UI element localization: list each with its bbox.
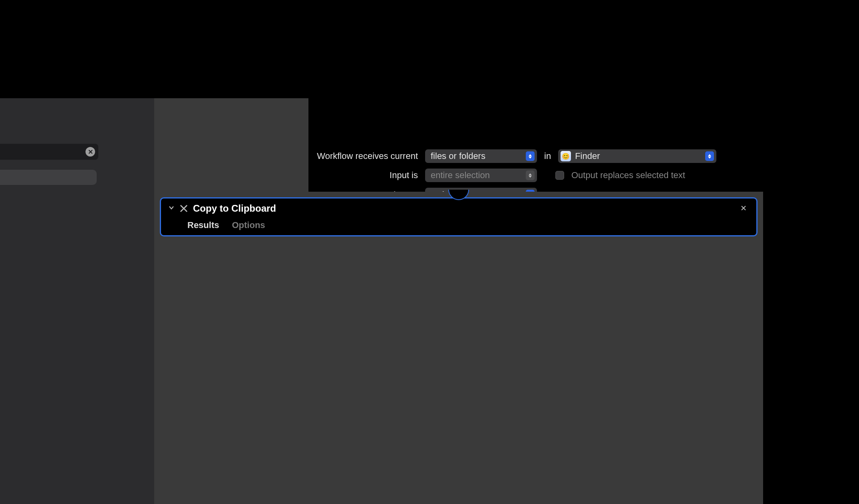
utilities-icon: [179, 204, 188, 213]
action-title: Copy to Clipboard: [193, 203, 276, 214]
chevron-updown-icon: [526, 151, 535, 161]
action-close-button[interactable]: [738, 202, 749, 214]
app-window: Workflow receives current files or folde…: [0, 98, 763, 504]
tab-results[interactable]: Results: [187, 220, 219, 230]
action-copy-to-clipboard[interactable]: Copy to Clipboard Results Options: [160, 197, 758, 236]
action-input-connector: [448, 190, 469, 200]
row-input-is: Input is entire selection Output replace…: [308, 169, 859, 182]
popup-input-is: entire selection: [425, 169, 537, 182]
label-output-replaces: Output replaces selected text: [571, 170, 685, 181]
label-in: in: [544, 151, 551, 161]
workflow-canvas[interactable]: Copy to Clipboard Results Options: [154, 192, 763, 504]
popup-app-value: Finder: [575, 151, 600, 161]
popup-receives[interactable]: files or folders: [425, 149, 537, 163]
tab-options[interactable]: Options: [232, 220, 265, 230]
chevron-updown-icon: [705, 151, 714, 161]
finder-icon: 😊: [561, 151, 571, 161]
action-header: Copy to Clipboard: [168, 202, 749, 214]
action-tabs: Results Options: [168, 220, 749, 230]
disclosure-icon[interactable]: [168, 204, 175, 213]
label-input-is: Input is: [308, 170, 418, 181]
clear-search-icon[interactable]: ✕: [86, 147, 95, 157]
popup-app[interactable]: 😊 Finder: [558, 149, 716, 163]
label-receives: Workflow receives current: [308, 151, 418, 161]
workflow-main: Workflow receives current files or folde…: [154, 98, 763, 504]
popup-receives-value: files or folders: [431, 151, 485, 161]
chevron-updown-icon: [526, 171, 535, 180]
library-list-selection[interactable]: [0, 170, 97, 185]
popup-input-is-value: entire selection: [431, 170, 490, 181]
row-receives: Workflow receives current files or folde…: [308, 149, 859, 163]
checkbox-output-replaces[interactable]: [555, 171, 564, 180]
library-search-field[interactable]: ✕: [0, 144, 98, 160]
workflow-settings-strip: Workflow receives current files or folde…: [308, 98, 859, 192]
